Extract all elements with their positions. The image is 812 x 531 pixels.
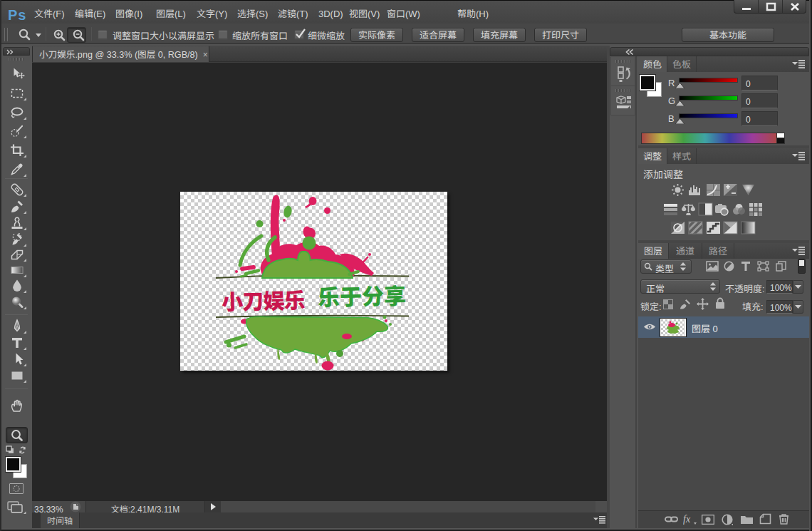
svg-text:fx: fx xyxy=(683,514,691,525)
svg-text:乐于分享: 乐于分享 xyxy=(317,278,406,312)
svg-text:小刀娱乐: 小刀娱乐 xyxy=(222,283,306,316)
